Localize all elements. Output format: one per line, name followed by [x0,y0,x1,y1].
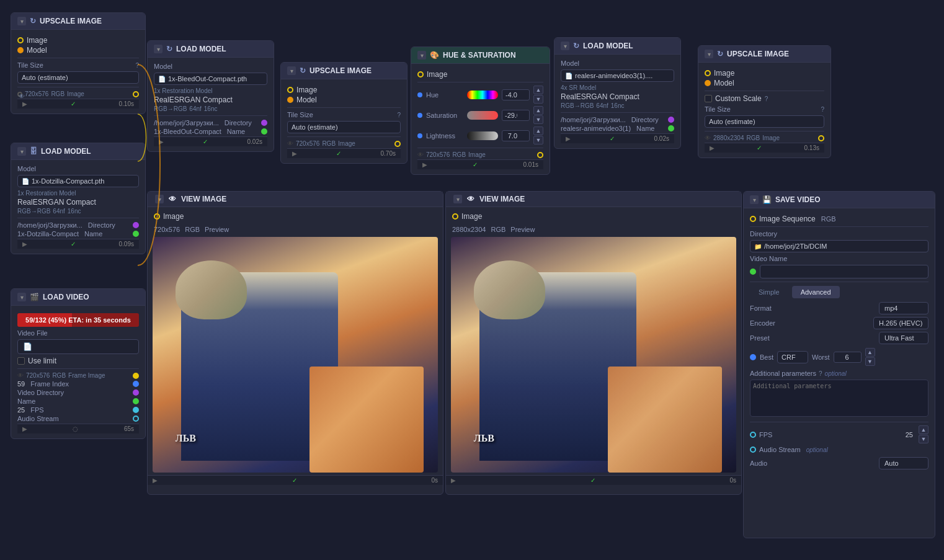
bottom-bar-u3: ▶ ✓ 0.13s [705,143,824,153]
audio-sv-dot[interactable] [750,447,756,453]
view2-image-dot[interactable] [452,213,458,220]
fps-row: 25 FPS [17,406,139,414]
image-dot-hs[interactable] [417,71,424,78]
audio-dot[interactable] [133,416,139,422]
restoration-row-2: 1x Restoration Model [154,87,267,94]
model-input-dot-2[interactable] [287,97,293,103]
model-input-dot-1[interactable] [17,47,24,53]
fps-dot[interactable] [133,407,139,413]
collapse-btn-3[interactable]: ▾ [705,50,713,58]
model-info-lm2: RGB→RGB 64nf 16nc [154,105,267,112]
frame-index-dot[interactable] [133,381,139,387]
collapse-view-1[interactable]: ▾ [155,195,164,203]
view1-image-dot[interactable] [154,213,160,220]
hue-up[interactable]: ▲ [533,86,543,94]
image-out-dot-1[interactable] [133,91,139,97]
name-dot-lv[interactable] [133,398,139,404]
sat-up[interactable]: ▲ [533,106,543,115]
custom-scale-checkbox[interactable] [705,95,712,102]
worst-label: Worst [812,353,830,361]
tab-simple[interactable]: Simple [750,286,788,298]
tile-size-select-3[interactable]: Auto (estimate) [705,115,824,128]
image-input-dot-1[interactable] [17,37,24,43]
hue-label: Hue [426,91,463,99]
view-image-panel-1: ▾ 👁 VIEW IMAGE Image 720x576 RGB Preview… [147,191,443,495]
collapse-btn-hs[interactable]: ▾ [417,51,426,60]
sat-input[interactable] [502,110,530,121]
light-down[interactable]: ▼ [533,136,543,144]
light-up[interactable]: ▲ [533,127,543,135]
tile-size-select-2[interactable]: Auto (estimate) [287,121,401,133]
crf-dot[interactable] [750,354,756,360]
hs-out-dot[interactable] [537,152,543,158]
encoder-select[interactable]: H.265 (HEVC) [873,317,928,329]
time-lv: 65s [124,425,134,432]
light-slider[interactable] [467,131,498,140]
collapse-btn-1[interactable]: ▾ [17,17,26,25]
progress-text: 59/132 (45%) ETA: in 35 seconds [17,313,139,327]
folder-icon-sv: 📁 [754,243,762,250]
dir-dot-lm2[interactable] [261,120,267,126]
light-label: Lightness [426,132,463,140]
name-row-lm1: 1x-Dotzilla-Compact Name [17,230,139,238]
vname-dot-sv[interactable] [750,269,756,275]
hue-input[interactable] [502,89,530,100]
collapse-sv[interactable]: ▾ [750,195,759,204]
worst-down[interactable]: ▼ [865,357,875,366]
load-model-header-1: ▾ 🗄 LOAD MODEL [11,143,145,160]
worst-input[interactable] [834,352,862,363]
dir-dot-lm1[interactable] [133,222,139,228]
use-limit-checkbox[interactable] [17,357,25,365]
model-info-lm3: RGB→RGB 64nf 16nc [561,102,674,109]
db-icon-1: 🗄 [30,147,37,156]
time-lm2: 0.02s [247,138,262,145]
frame-image-dot[interactable] [133,373,139,379]
tile-size-select-1[interactable]: Auto (estimate) [17,71,139,84]
load-model-header-2: ▾ ↻ LOAD MODEL [148,41,274,58]
name-dot-lm3[interactable] [668,125,674,131]
dir-dot-lm3[interactable] [668,117,674,123]
format-select[interactable]: mp4 [879,302,928,314]
hue-slider[interactable] [467,91,498,99]
collapse-btn-lm3[interactable]: ▾ [561,42,569,50]
fps-sv-dot[interactable] [750,432,756,438]
preset-select[interactable]: Ultra Fast [879,332,928,344]
crf-input[interactable] [777,351,808,363]
add-params-area[interactable] [750,380,928,417]
video-dir-dot[interactable] [133,389,139,396]
view2-image-display: ЛЬВ [451,237,736,473]
collapse-btn-lv[interactable]: ▾ [17,293,26,301]
light-input[interactable] [502,130,530,141]
restoration-row-1: 1x Restoration Model [17,190,139,197]
audio-stream-label: Audio Stream [17,415,59,422]
frame-index-label: Frame Index [30,380,69,388]
frame-image-row: 👁 720x576 RGB Frame Image [17,372,139,379]
vname-label-sv: Video Name [750,255,928,262]
view-image-panel-2: ▾ 👁 VIEW IMAGE Image 2880x2304 RGB Previ… [445,191,742,495]
image-out-dot-2[interactable] [394,141,401,147]
image-out-dot-3[interactable] [818,135,824,141]
collapse-view-2[interactable]: ▾ [453,195,462,203]
model-input-label-2: Model [296,96,317,104]
audio-select[interactable]: Auto [879,457,928,469]
image-input-dot-2[interactable] [287,87,293,93]
fps-up[interactable]: ▲ [919,425,928,434]
model-file-lm2: 1x-BleedOut-Compact.pth [168,75,247,82]
expand-lv: ▶ [22,425,27,432]
img-seq-dot[interactable] [750,216,756,222]
sat-down[interactable]: ▼ [533,115,543,124]
collapse-btn-lm2[interactable]: ▾ [154,45,163,53]
tab-advanced[interactable]: Advanced [792,286,840,298]
collapse-btn-lm1[interactable]: ▾ [17,147,26,156]
hue-down[interactable]: ▼ [533,95,543,104]
collapse-btn-2[interactable]: ▾ [287,66,296,75]
video-icon: 🎬 [30,293,39,301]
name-dot-lm2[interactable] [261,128,267,135]
fps-down[interactable]: ▼ [919,435,928,443]
image-input-dot-3[interactable] [705,70,711,76]
worst-up[interactable]: ▲ [865,348,875,357]
encoder-label: Encoder [750,319,775,327]
sat-slider[interactable] [467,111,498,120]
name-dot-lm1[interactable] [133,231,139,237]
model-input-dot-3[interactable] [705,80,711,86]
